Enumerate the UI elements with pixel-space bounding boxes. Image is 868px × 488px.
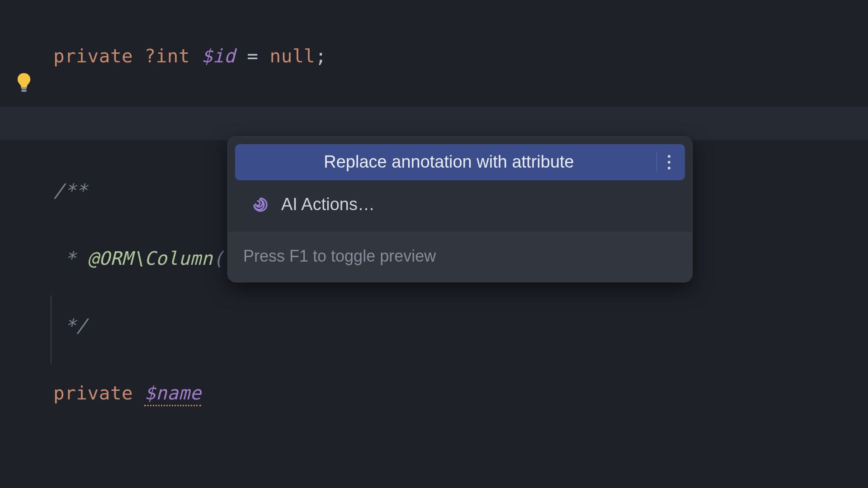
editor-gutter: [0, 0, 41, 488]
code-line[interactable]: */: [53, 309, 520, 343]
popup-body: Replace annotation with attribute AI Act…: [228, 137, 692, 223]
spiral-ai-icon: [251, 196, 269, 214]
lightbulb-icon[interactable]: [14, 72, 33, 93]
code-line[interactable]: private ?int $id = null;: [53, 39, 520, 73]
code-line[interactable]: private $name: [53, 376, 520, 410]
intention-item-label: Replace annotation with attribute: [250, 146, 648, 178]
svg-rect-1: [21, 90, 27, 91]
svg-rect-0: [21, 88, 27, 89]
code-line[interactable]: [53, 107, 520, 141]
intention-replace-annotation[interactable]: Replace annotation with attribute: [235, 144, 685, 180]
indent-guide: [51, 296, 52, 363]
intention-ai-actions[interactable]: AI Actions…: [235, 187, 685, 223]
popup-divider: [656, 152, 657, 173]
intention-item-label: AI Actions…: [281, 189, 375, 220]
code-line[interactable]: [53, 444, 520, 478]
more-vertical-icon[interactable]: [664, 155, 674, 169]
popup-footer-hint: Press F1 to toggle preview: [228, 232, 692, 282]
intention-actions-popup: Replace annotation with attribute AI Act…: [227, 136, 693, 282]
